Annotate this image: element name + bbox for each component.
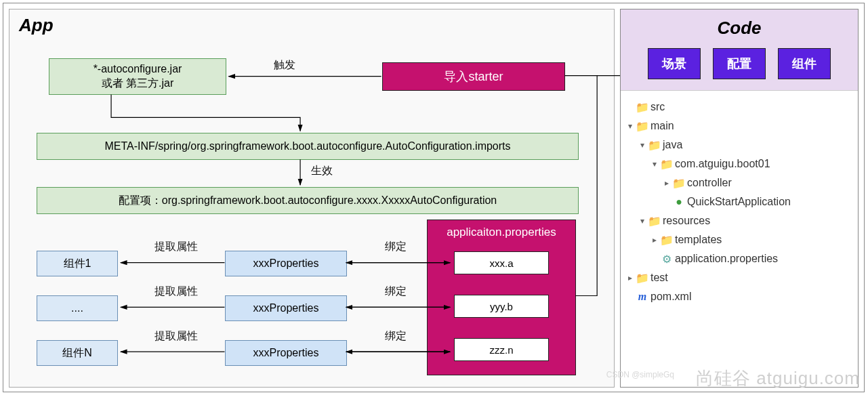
folder-icon: 📁 xyxy=(648,215,661,228)
maven-icon: m xyxy=(636,291,649,303)
tree-application-properties-label: application.properties xyxy=(675,253,778,265)
extract-label-2: 提取属性 xyxy=(154,285,198,299)
tree-templates[interactable]: ▸📁 templates xyxy=(625,230,854,249)
properties-3-label: xxxProperties xyxy=(253,347,319,359)
tree-java-label: java xyxy=(663,139,682,151)
code-panel: Code 场景 配置 组件 📁 src ▾📁 main xyxy=(620,9,859,388)
component-1-box: 组件1 xyxy=(37,251,118,276)
tree-src[interactable]: 📁 src xyxy=(625,98,854,117)
config-button-label: 配置 xyxy=(727,57,751,70)
extract-label-3: 提取属性 xyxy=(154,329,198,344)
properties-2-box: xxxProperties xyxy=(225,295,347,321)
import-starter-box: 导入starter xyxy=(382,62,565,91)
component-ellipsis-box: .... xyxy=(37,295,118,321)
property-entry-3: zzz.n xyxy=(454,338,549,361)
property-entry-2: yyy.b xyxy=(454,295,549,318)
extract-label-1: 提取属性 xyxy=(154,240,198,254)
app-panel: App 导入starter *-autoconfigure.jar 或者 第三方… xyxy=(9,9,615,388)
chevron-right-icon: ▸ xyxy=(625,273,636,283)
chevron-right-icon: ▸ xyxy=(661,178,672,188)
config-button[interactable]: 配置 xyxy=(713,48,766,79)
bind-label-3: 绑定 xyxy=(385,329,407,344)
tree-resources-label: resources xyxy=(663,215,710,227)
tree-app-class-label: QuickStartApplication xyxy=(687,196,791,208)
bind-label-2: 绑定 xyxy=(385,285,407,299)
property-entry-2-label: yyy.b xyxy=(490,301,513,312)
app-title: App xyxy=(19,15,54,36)
tree-templates-label: templates xyxy=(675,234,722,246)
meta-inf-imports-text: META-INF/spring/org.springframework.boot… xyxy=(104,140,510,152)
properties-3-box: xxxProperties xyxy=(225,340,347,366)
chevron-right-icon: ▸ xyxy=(649,235,660,245)
application-properties-box: applicaiton.properties xxx.a yyy.b zzz.n xyxy=(427,220,576,375)
code-title: Code xyxy=(627,18,851,39)
tree-pom-label: pom.xml xyxy=(650,291,691,303)
package-icon: 📁 xyxy=(672,177,686,190)
scenario-button[interactable]: 场景 xyxy=(648,48,701,79)
scenario-button-label: 场景 xyxy=(662,57,686,70)
trigger-label: 触发 xyxy=(274,58,295,72)
tree-controller[interactable]: ▸📁 controller xyxy=(625,173,854,192)
component-button[interactable]: 组件 xyxy=(778,48,831,79)
component-n-box: 组件N xyxy=(37,340,118,366)
property-entry-1-label: xxx.a xyxy=(489,257,513,269)
diagram-root: App 导入starter *-autoconfigure.jar 或者 第三方… xyxy=(3,3,865,392)
tree-test[interactable]: ▸📁 test xyxy=(625,268,854,287)
tree-application-properties[interactable]: ⚙ application.properties xyxy=(625,249,854,268)
properties-1-box: xxxProperties xyxy=(225,251,347,276)
folder-icon: 📁 xyxy=(636,101,649,114)
config-item-text: 配置项：org.springframework.boot.autoconfigu… xyxy=(119,194,497,208)
tree-controller-label: controller xyxy=(687,177,732,189)
file-tree: 📁 src ▾📁 main ▾📁 java ▾📁 com.atguigu.boo… xyxy=(621,91,858,306)
tree-java[interactable]: ▾📁 java xyxy=(625,136,854,154)
autoconfigure-jar-line1: *-autoconfigure.jar xyxy=(94,62,182,77)
folder-icon: 📁 xyxy=(636,272,649,285)
code-header: Code 场景 配置 组件 xyxy=(621,9,858,91)
import-starter-label: 导入starter xyxy=(444,68,503,85)
properties-file-icon: ⚙ xyxy=(660,253,674,266)
tree-test-label: test xyxy=(650,272,668,284)
component-1-label: 组件1 xyxy=(64,257,91,271)
tree-app-class[interactable]: ● QuickStartApplication xyxy=(625,192,854,211)
component-button-label: 组件 xyxy=(792,57,817,70)
tree-main-label: main xyxy=(650,120,674,132)
effect-label: 生效 xyxy=(311,164,333,178)
watermark-csdn: CSDN @simpleGq xyxy=(606,370,674,379)
bind-label-1: 绑定 xyxy=(385,240,407,254)
property-entry-1: xxx.a xyxy=(454,251,549,274)
tree-pom[interactable]: m pom.xml xyxy=(625,287,854,306)
properties-2-label: xxxProperties xyxy=(253,302,319,314)
tree-package[interactable]: ▾📁 com.atguigu.boot01 xyxy=(625,154,854,173)
tree-resources[interactable]: ▾📁 resources xyxy=(625,211,854,230)
component-ellipsis-label: .... xyxy=(71,302,83,314)
tree-main[interactable]: ▾📁 main xyxy=(625,117,854,136)
chevron-down-icon: ▾ xyxy=(637,216,648,226)
package-icon: 📁 xyxy=(660,158,674,171)
property-entry-3-label: zzz.n xyxy=(489,344,513,356)
chevron-down-icon: ▾ xyxy=(625,121,636,131)
tree-package-label: com.atguigu.boot01 xyxy=(675,158,770,170)
application-properties-title: applicaiton.properties xyxy=(428,220,575,246)
properties-1-label: xxxProperties xyxy=(253,257,319,270)
autoconfigure-jar-line2: 或者 第三方.jar xyxy=(102,77,174,91)
java-class-icon: ● xyxy=(672,196,686,208)
folder-icon: 📁 xyxy=(660,234,674,247)
folder-icon: 📁 xyxy=(636,120,649,133)
folder-icon: 📁 xyxy=(648,139,661,152)
tree-src-label: src xyxy=(650,101,665,113)
chevron-down-icon: ▾ xyxy=(649,159,660,169)
meta-inf-imports-box: META-INF/spring/org.springframework.boot… xyxy=(37,133,579,160)
watermark-brand: 尚硅谷 atguigu.com xyxy=(696,367,860,390)
chevron-down-icon: ▾ xyxy=(637,140,648,150)
autoconfigure-jar-box: *-autoconfigure.jar 或者 第三方.jar xyxy=(49,58,226,95)
component-n-label: 组件N xyxy=(62,346,92,360)
config-item-box: 配置项：org.springframework.boot.autoconfigu… xyxy=(37,187,579,214)
